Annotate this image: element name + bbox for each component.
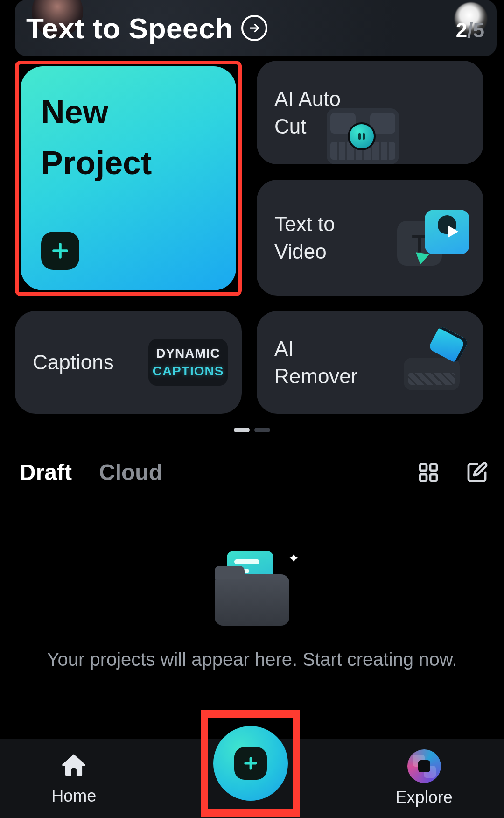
ai-remover-icon: [397, 334, 469, 390]
page-dot-1[interactable]: [234, 428, 250, 432]
page-indicator[interactable]: [0, 428, 504, 432]
nav-explore[interactable]: Explore: [396, 749, 453, 807]
svg-rect-1: [430, 464, 437, 471]
svg-rect-2: [420, 474, 427, 481]
page-dot-2[interactable]: [254, 428, 270, 432]
text-to-video-label: Text to Video: [274, 210, 335, 266]
text-to-video-tile[interactable]: Text to Video T: [257, 180, 483, 296]
nav-explore-label: Explore: [396, 788, 453, 807]
empty-folder-icon: ✦: [215, 551, 289, 621]
new-project-label: New Project: [41, 87, 216, 188]
captions-icon: DYNAMIC CAPTIONS: [148, 339, 228, 386]
svg-rect-3: [430, 474, 437, 481]
nav-home-label: Home: [51, 786, 96, 806]
tab-cloud[interactable]: Cloud: [99, 459, 162, 485]
tab-draft[interactable]: Draft: [20, 459, 72, 485]
explore-icon: [407, 749, 441, 783]
edit-icon[interactable]: [465, 460, 489, 485]
create-fab[interactable]: [213, 726, 288, 801]
home-icon: [59, 751, 88, 782]
banner-title: Text to Speech: [26, 12, 233, 45]
grid-view-icon[interactable]: [416, 460, 441, 485]
nav-home[interactable]: Home: [51, 751, 96, 806]
new-project-tile[interactable]: New Project: [21, 66, 236, 290]
ai-remover-tile[interactable]: AI Remover: [257, 311, 483, 414]
banner-progress: 2/5: [456, 19, 484, 42]
captions-label: Captions: [33, 348, 114, 376]
tts-banner[interactable]: Text to Speech 2/5: [15, 0, 497, 56]
ai-remover-label: AI Remover: [274, 335, 358, 390]
plus-icon: [234, 747, 267, 780]
plus-icon: [41, 232, 79, 270]
ai-auto-cut-tile[interactable]: AI Auto Cut: [257, 61, 483, 164]
arrow-right-circle-icon: [241, 15, 267, 41]
empty-state-text: Your projects will appear here. Start cr…: [47, 649, 457, 670]
svg-rect-0: [420, 464, 427, 471]
ai-auto-cut-icon: [327, 108, 399, 164]
text-to-video-icon: T: [397, 210, 469, 266]
captions-tile[interactable]: Captions DYNAMIC CAPTIONS: [15, 311, 242, 414]
